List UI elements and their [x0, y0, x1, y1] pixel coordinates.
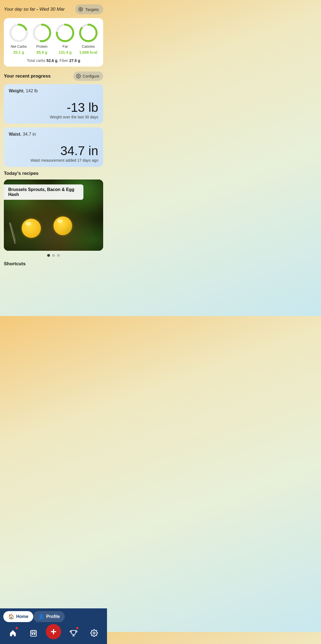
dot-1[interactable]: [47, 254, 50, 257]
recipe-label-text: Brussels Sprouts, Bacon & Egg Hash: [8, 187, 74, 197]
waist-big-value: 34.7 in: [9, 144, 98, 157]
svg-point-2: [80, 9, 81, 10]
targets-icon: [78, 7, 83, 12]
fat-ring: [55, 23, 75, 43]
targets-button[interactable]: Targets: [75, 4, 103, 14]
page-title: Your day so far - Wed 30 Mar: [4, 7, 65, 12]
dot-3[interactable]: [57, 254, 60, 257]
macro-protein: Protein 85.9 g: [32, 23, 52, 55]
progress-title: Your recent progress: [4, 73, 51, 79]
weight-sub: Weight over the last 30 days: [9, 115, 98, 119]
total-carbs-row: Total carbs 52.6 g, Fiber 27.5 g: [7, 58, 100, 63]
weight-big-value: -13 lb: [9, 101, 98, 114]
gear-icon: [76, 74, 81, 79]
weight-card[interactable]: Weight, 142 lb -13 lb Weight over the la…: [4, 84, 103, 124]
dot-2[interactable]: [52, 254, 55, 257]
recipe-dots: [4, 254, 103, 257]
calories-ring: [78, 23, 98, 43]
waist-card[interactable]: Waist, 34.7 in 34.7 in Waist measurement…: [4, 127, 103, 167]
weight-card-title: Weight, 142 lb: [9, 89, 98, 93]
macro-net-carbs: Net Carbs 25.1 g: [9, 23, 29, 55]
svg-point-11: [78, 76, 79, 77]
recipes-title: Today's recipes: [4, 171, 103, 176]
recipe-label-box: Brussels Sprouts, Bacon & Egg Hash: [4, 184, 83, 200]
macro-fat: Fat 131.4 g: [55, 23, 75, 55]
net-carbs-ring: [9, 23, 29, 43]
shortcuts-label: Shortcuts: [4, 261, 103, 267]
waist-card-title: Waist, 34.7 in: [9, 132, 98, 137]
protein-ring: [32, 23, 52, 43]
waist-sub: Waist measurement added 17 days ago: [9, 158, 98, 163]
macro-calories: Calories 1,688 kcal: [78, 23, 98, 55]
recipes-section: Today's recipes Brussels Sprouts, Bacon …: [4, 171, 103, 257]
macros-row: Net Carbs 25.1 g Protein 85.9 g: [7, 23, 100, 55]
recipe-card[interactable]: Brussels Sprouts, Bacon & Egg Hash: [4, 179, 103, 251]
configure-button[interactable]: Configure: [73, 72, 103, 81]
progress-section-header: Your recent progress Configure: [4, 72, 103, 81]
macros-card: Net Carbs 25.1 g Protein 85.9 g: [4, 18, 103, 67]
header-row: Your day so far - Wed 30 Mar Targets: [4, 4, 103, 14]
